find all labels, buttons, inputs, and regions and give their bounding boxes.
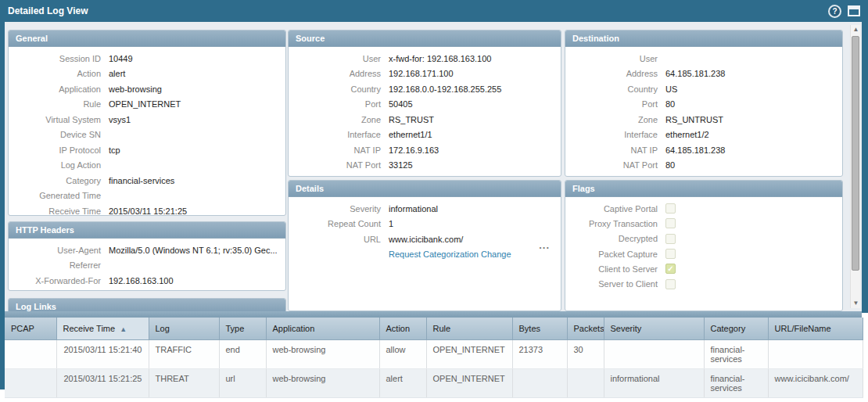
cell-application: web-browsing: [266, 339, 379, 368]
flag-row-captive-portal: Captive Portal: [565, 201, 842, 216]
col-header-category[interactable]: Category: [704, 318, 768, 339]
scrollbar-thumb[interactable]: [852, 36, 859, 271]
field-row-dst-interface: Interfaceethernet1/2: [565, 127, 842, 143]
decrypted-checkbox[interactable]: [665, 234, 676, 244]
cell-type: url: [219, 368, 266, 397]
field-label: User: [565, 54, 658, 63]
field-row-dst-country: CountryUS: [565, 81, 842, 97]
col-header-rule[interactable]: Rule: [426, 318, 512, 339]
maximize-window-icon[interactable]: [848, 5, 860, 16]
field-row-referrer: Referrer: [9, 258, 285, 274]
cell-url-filename: [768, 339, 863, 368]
field-label: User: [289, 54, 381, 63]
table-row-threat-log[interactable]: 2015/03/11 15:21:25 THREAT url web-brows…: [5, 368, 863, 397]
flag-row-packet-capture: Packet Capture: [565, 246, 842, 261]
packet-capture-checkbox[interactable]: [665, 249, 676, 259]
field-row-x-forwarded-for: X-Forwarded-For192.168.163.100: [9, 273, 285, 289]
log-detail-scroll-area: General Session ID10449 Actionalert Appl…: [5, 22, 862, 311]
field-row-user-agent: User-AgentMozilla/5.0 (Windows NT 6.1; r…: [9, 242, 285, 258]
field-label: NAT IP: [565, 145, 658, 155]
flag-label: Server to Client: [565, 279, 658, 289]
field-value: US: [665, 84, 677, 94]
field-row-generated-time: Generated Time: [9, 188, 285, 204]
col-header-packets[interactable]: Packets: [567, 318, 604, 339]
help-icon[interactable]: ?: [828, 5, 841, 18]
field-value: 172.16.9.163: [389, 145, 439, 155]
col-header-bytes[interactable]: Bytes: [512, 318, 567, 339]
cell-log: TRAFFIC: [149, 339, 219, 368]
field-row-application: Applicationweb-browsing: [9, 81, 285, 97]
field-label: Action: [9, 69, 101, 78]
cell-category: financial-services: [704, 368, 768, 397]
field-value: 2015/03/11 15:21:25: [109, 206, 187, 216]
client-to-server-checkbox[interactable]: [665, 264, 676, 274]
field-row-ip-protocol: IP Protocoltcp: [9, 142, 285, 158]
cell-action: allow: [379, 339, 426, 368]
field-row-src-address: Address192.168.171.100: [289, 66, 561, 82]
cell-severity: [604, 339, 704, 368]
field-row-dst-zone: ZoneRS_UNTRUST: [565, 112, 842, 127]
scroll-up-arrow-icon[interactable]: ▲: [851, 25, 861, 34]
field-value: 192.168.171.100: [389, 69, 454, 78]
col-header-type[interactable]: Type: [219, 318, 266, 339]
field-value: RS_TRUST: [389, 115, 434, 124]
scroll-down-arrow-icon[interactable]: ▼: [851, 299, 861, 308]
field-label: Receive Time: [9, 206, 101, 216]
field-value: Mozilla/5.0 (Windows NT 6.1; rv:35.0) Ge…: [109, 246, 278, 255]
field-label: Port: [565, 99, 658, 109]
field-row-src-country: Country192.168.0.0-192.168.255.255: [289, 81, 561, 97]
more-options-button[interactable]: ...: [539, 243, 550, 248]
col-header-url-filename[interactable]: URL/FileName: [768, 318, 863, 339]
panel-http-headers-title: HTTP Headers: [9, 222, 285, 239]
field-value: 10449: [109, 54, 133, 63]
proxy-transaction-checkbox[interactable]: [665, 218, 676, 228]
field-value: ethernet1/2: [665, 130, 709, 139]
col-header-log[interactable]: Log: [149, 318, 219, 339]
flag-row-decrypted: Decrypted: [565, 232, 842, 246]
col-header-severity[interactable]: Severity: [604, 318, 704, 339]
field-value: 64.185.181.238: [665, 69, 725, 78]
panel-source-title: Source: [289, 31, 561, 47]
panel-log-links-title: Log Links: [9, 299, 285, 311]
field-row-dst-address: Address64.185.181.238: [565, 66, 842, 82]
captive-portal-checkbox[interactable]: [665, 203, 676, 214]
cell-category: financial-services: [704, 339, 768, 368]
panel-general-title: General: [9, 31, 285, 47]
field-label: Country: [565, 84, 658, 94]
flag-label: Client to Server: [565, 264, 658, 274]
field-row-src-nat-port: NAT Port33125: [289, 158, 561, 174]
dialog-title: Detailed Log View: [8, 5, 88, 16]
field-label: Interface: [565, 130, 658, 139]
vertical-scrollbar[interactable]: ▲ ▼: [850, 25, 860, 308]
cell-bytes: [512, 368, 567, 397]
field-row-dst-nat-ip: NAT IP64.185.181.238: [565, 142, 842, 158]
field-row-src-zone: ZoneRS_TRUST: [289, 112, 561, 127]
server-to-client-checkbox[interactable]: [665, 279, 676, 289]
field-row-src-port: Port50405: [289, 97, 561, 113]
panel-splitter[interactable]: ▼: [5, 311, 862, 318]
field-row-receive-time: Receive Time2015/03/11 15:21:25: [9, 203, 285, 216]
col-header-receive-time[interactable]: Receive Time▲: [56, 318, 149, 339]
field-row-dst-port: Port80: [565, 97, 842, 113]
col-header-application[interactable]: Application: [266, 318, 379, 339]
panel-details: Details Severityinformational Repeat Cou…: [288, 180, 561, 311]
dialog-titlebar: Detailed Log View ?: [0, 0, 868, 22]
cell-log: THREAT: [149, 368, 219, 397]
field-value: 64.185.181.238: [665, 145, 725, 155]
col-header-pcap[interactable]: PCAP: [5, 318, 56, 339]
field-row-category: Categoryfinancial-services: [9, 173, 285, 188]
flag-label: Packet Capture: [565, 249, 658, 259]
field-row-src-user: Userx-fwd-for: 192.168.163.100: [289, 51, 561, 66]
panel-log-links: Log Links: [8, 298, 286, 311]
flag-label: Decrypted: [565, 234, 658, 243]
flag-row-client-to-server: Client to Server: [565, 261, 842, 276]
table-row-traffic-log[interactable]: 2015/03/11 15:21:40 TRAFFIC end web-brow…: [5, 339, 863, 368]
field-label: Country: [289, 84, 381, 94]
cell-url-filename: www.icicibank.com/: [768, 368, 863, 397]
field-label: Device SN: [9, 130, 101, 139]
request-categorization-change-link[interactable]: Request Categorization Change: [389, 249, 511, 259]
col-header-action[interactable]: Action: [379, 318, 426, 339]
dialog-border-right: [862, 22, 868, 313]
panel-destination: Destination User Address64.185.181.238 C…: [565, 30, 843, 177]
field-row-virtual-system: Virtual Systemvsys1: [9, 112, 285, 127]
